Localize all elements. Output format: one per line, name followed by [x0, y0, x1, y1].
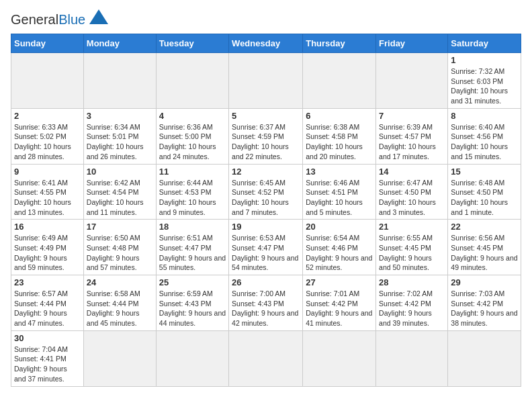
- calendar-day-cell: [448, 330, 521, 386]
- calendar-day-cell: [83, 53, 156, 109]
- calendar-day-cell: 30Sunrise: 7:04 AM Sunset: 4:41 PM Dayli…: [11, 330, 84, 386]
- day-number: 6: [306, 111, 373, 121]
- day-info: Sunrise: 6:41 AM Sunset: 4:55 PM Dayligh…: [14, 178, 81, 218]
- day-info: Sunrise: 6:46 AM Sunset: 4:51 PM Dayligh…: [306, 178, 373, 218]
- day-info: Sunrise: 6:55 AM Sunset: 4:45 PM Dayligh…: [379, 233, 445, 273]
- calendar-day-cell: 13Sunrise: 6:46 AM Sunset: 4:51 PM Dayli…: [303, 164, 376, 220]
- day-info: Sunrise: 6:50 AM Sunset: 4:48 PM Dayligh…: [87, 233, 153, 273]
- day-number: 13: [306, 167, 373, 177]
- calendar-day-cell: [156, 330, 228, 386]
- day-info: Sunrise: 6:39 AM Sunset: 4:57 PM Dayligh…: [379, 122, 445, 162]
- day-number: 16: [14, 222, 81, 232]
- calendar-week-row: 23Sunrise: 6:57 AM Sunset: 4:44 PM Dayli…: [11, 275, 521, 331]
- day-number: 23: [14, 277, 81, 287]
- day-info: Sunrise: 6:38 AM Sunset: 4:58 PM Dayligh…: [306, 122, 373, 162]
- day-of-week-header: Wednesday: [229, 34, 303, 53]
- calendar-day-cell: 17Sunrise: 6:50 AM Sunset: 4:48 PM Dayli…: [83, 220, 156, 275]
- day-info: Sunrise: 7:00 AM Sunset: 4:43 PM Dayligh…: [232, 289, 300, 328]
- day-number: 9: [14, 167, 81, 177]
- calendar-week-row: 16Sunrise: 6:49 AM Sunset: 4:49 PM Dayli…: [11, 220, 521, 275]
- day-number: 14: [379, 167, 445, 177]
- day-info: Sunrise: 6:37 AM Sunset: 4:59 PM Dayligh…: [232, 122, 300, 162]
- day-number: 19: [232, 222, 300, 232]
- calendar-day-cell: 26Sunrise: 7:00 AM Sunset: 4:43 PM Dayli…: [229, 275, 303, 331]
- calendar-day-cell: 6Sunrise: 6:38 AM Sunset: 4:58 PM Daylig…: [303, 108, 376, 164]
- svg-marker-0: [89, 9, 108, 24]
- day-info: Sunrise: 6:49 AM Sunset: 4:49 PM Dayligh…: [14, 233, 81, 273]
- day-number: 29: [451, 277, 518, 287]
- calendar-day-cell: [156, 53, 228, 109]
- calendar-day-cell: 7Sunrise: 6:39 AM Sunset: 4:57 PM Daylig…: [376, 108, 448, 164]
- calendar-day-cell: 5Sunrise: 6:37 AM Sunset: 4:59 PM Daylig…: [229, 108, 303, 164]
- calendar-day-cell: [11, 53, 84, 109]
- calendar-day-cell: 22Sunrise: 6:56 AM Sunset: 4:45 PM Dayli…: [448, 220, 521, 275]
- calendar-day-cell: [83, 330, 156, 386]
- logo-text: GeneralBlue: [11, 12, 85, 27]
- calendar-day-cell: 29Sunrise: 7:03 AM Sunset: 4:42 PM Dayli…: [448, 275, 521, 331]
- calendar-day-cell: 14Sunrise: 6:47 AM Sunset: 4:50 PM Dayli…: [376, 164, 448, 220]
- day-number: 18: [159, 222, 226, 232]
- day-number: 26: [232, 277, 300, 287]
- calendar-day-cell: 15Sunrise: 6:48 AM Sunset: 4:50 PM Dayli…: [448, 164, 521, 220]
- logo: GeneralBlue: [11, 11, 108, 28]
- day-number: 21: [379, 222, 445, 232]
- day-number: 10: [87, 167, 153, 177]
- day-number: 17: [87, 222, 153, 232]
- calendar-day-cell: 16Sunrise: 6:49 AM Sunset: 4:49 PM Dayli…: [11, 220, 84, 275]
- calendar-day-cell: 21Sunrise: 6:55 AM Sunset: 4:45 PM Dayli…: [376, 220, 448, 275]
- day-number: 4: [159, 111, 226, 121]
- calendar-day-cell: 27Sunrise: 7:01 AM Sunset: 4:42 PM Dayli…: [303, 275, 376, 331]
- day-info: Sunrise: 6:45 AM Sunset: 4:52 PM Dayligh…: [232, 178, 300, 218]
- calendar-day-cell: 18Sunrise: 6:51 AM Sunset: 4:47 PM Dayli…: [156, 220, 228, 275]
- calendar-day-cell: [303, 330, 376, 386]
- day-info: Sunrise: 6:53 AM Sunset: 4:47 PM Dayligh…: [232, 233, 300, 273]
- calendar-day-cell: 4Sunrise: 6:36 AM Sunset: 5:00 PM Daylig…: [156, 108, 228, 164]
- day-number: 27: [306, 277, 373, 287]
- day-info: Sunrise: 7:03 AM Sunset: 4:42 PM Dayligh…: [451, 289, 518, 328]
- day-of-week-header: Monday: [83, 34, 156, 53]
- calendar-day-cell: 28Sunrise: 7:02 AM Sunset: 4:42 PM Dayli…: [376, 275, 448, 331]
- day-info: Sunrise: 6:40 AM Sunset: 4:56 PM Dayligh…: [451, 122, 518, 162]
- calendar-day-cell: 24Sunrise: 6:58 AM Sunset: 4:44 PM Dayli…: [83, 275, 156, 331]
- day-info: Sunrise: 7:32 AM Sunset: 6:03 PM Dayligh…: [451, 66, 518, 106]
- day-of-week-header: Tuesday: [156, 34, 228, 53]
- day-info: Sunrise: 6:44 AM Sunset: 4:53 PM Dayligh…: [159, 178, 226, 218]
- day-info: Sunrise: 6:51 AM Sunset: 4:47 PM Dayligh…: [159, 233, 226, 273]
- calendar-week-row: 1Sunrise: 7:32 AM Sunset: 6:03 PM Daylig…: [11, 53, 521, 109]
- calendar-day-cell: [229, 330, 303, 386]
- calendar-day-cell: 1Sunrise: 7:32 AM Sunset: 6:03 PM Daylig…: [448, 53, 521, 109]
- day-of-week-header: Saturday: [448, 34, 521, 53]
- day-of-week-header: Friday: [376, 34, 448, 53]
- day-number: 28: [379, 277, 445, 287]
- calendar-day-cell: 19Sunrise: 6:53 AM Sunset: 4:47 PM Dayli…: [229, 220, 303, 275]
- day-info: Sunrise: 6:47 AM Sunset: 4:50 PM Dayligh…: [379, 178, 445, 218]
- calendar-day-cell: 12Sunrise: 6:45 AM Sunset: 4:52 PM Dayli…: [229, 164, 303, 220]
- calendar-day-cell: 23Sunrise: 6:57 AM Sunset: 4:44 PM Dayli…: [11, 275, 84, 331]
- day-info: Sunrise: 6:36 AM Sunset: 5:00 PM Dayligh…: [159, 122, 226, 162]
- calendar-week-row: 2Sunrise: 6:33 AM Sunset: 5:02 PM Daylig…: [11, 108, 521, 164]
- logo-shape: GeneralBlue: [11, 11, 108, 28]
- day-number: 25: [159, 277, 226, 287]
- days-header-row: SundayMondayTuesdayWednesdayThursdayFrid…: [11, 34, 521, 53]
- day-number: 20: [306, 222, 373, 232]
- day-of-week-header: Sunday: [11, 34, 84, 53]
- day-number: 7: [379, 111, 445, 121]
- day-info: Sunrise: 7:04 AM Sunset: 4:41 PM Dayligh…: [14, 345, 81, 384]
- day-info: Sunrise: 7:02 AM Sunset: 4:42 PM Dayligh…: [379, 289, 445, 328]
- day-info: Sunrise: 6:58 AM Sunset: 4:44 PM Dayligh…: [87, 289, 153, 328]
- calendar-day-cell: [376, 53, 448, 109]
- day-number: 8: [451, 111, 518, 121]
- calendar-day-cell: 25Sunrise: 6:59 AM Sunset: 4:43 PM Dayli…: [156, 275, 228, 331]
- day-number: 3: [87, 111, 153, 121]
- day-number: 12: [232, 167, 300, 177]
- day-number: 15: [451, 167, 518, 177]
- calendar-day-cell: 11Sunrise: 6:44 AM Sunset: 4:53 PM Dayli…: [156, 164, 228, 220]
- day-info: Sunrise: 6:54 AM Sunset: 4:46 PM Dayligh…: [306, 233, 373, 273]
- day-number: 22: [451, 222, 518, 232]
- day-info: Sunrise: 7:01 AM Sunset: 4:42 PM Dayligh…: [306, 289, 373, 328]
- day-info: Sunrise: 6:57 AM Sunset: 4:44 PM Dayligh…: [14, 289, 81, 328]
- day-number: 1: [451, 55, 518, 65]
- day-number: 24: [87, 277, 153, 287]
- logo-icon: [89, 9, 108, 24]
- calendar-day-cell: 10Sunrise: 6:42 AM Sunset: 4:54 PM Dayli…: [83, 164, 156, 220]
